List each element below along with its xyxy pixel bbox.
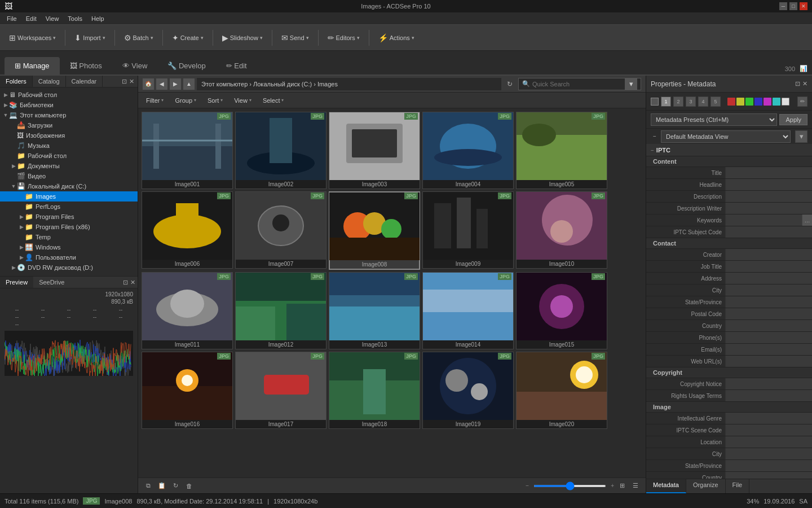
postal-input[interactable] <box>728 311 810 317</box>
grid-item-20[interactable]: JPG Image020 <box>516 352 607 429</box>
view-collapse-btn[interactable]: − <box>651 133 659 141</box>
grid-view-btn2[interactable]: ☰ <box>630 480 641 492</box>
zoom-slider[interactable] <box>533 485 606 487</box>
nav-home-btn[interactable]: 🏠 <box>143 78 154 90</box>
meta-value-country1[interactable] <box>725 320 812 331</box>
search-dropdown-btn[interactable]: ▾ <box>625 78 637 90</box>
meta-value-phones[interactable] <box>725 332 812 343</box>
grid-item-8[interactable]: JPG Image008 <box>329 191 420 270</box>
meta-value-headline[interactable] <box>725 179 812 190</box>
grid-item-15[interactable]: JPG Image015 <box>516 272 607 349</box>
meta-num-2[interactable]: 2 <box>673 97 683 107</box>
menu-edit[interactable]: Edit <box>21 14 41 23</box>
folder-panel-float-btn[interactable]: ⊡ <box>121 77 128 86</box>
metadata-tab[interactable]: Metadata <box>646 479 686 493</box>
meta-num-3[interactable]: 3 <box>686 97 696 107</box>
meta-value-iptc-scene[interactable] <box>725 424 812 436</box>
mode-extra-btn[interactable]: 300 <box>785 65 795 72</box>
maximize-btn[interactable]: □ <box>789 2 797 10</box>
grid-refresh-btn[interactable]: ↻ <box>170 480 181 492</box>
tree-item-images-selected[interactable]: 📁 Images <box>0 191 138 202</box>
grid-item-2[interactable]: JPG Image002 <box>235 112 326 189</box>
color-dot-cyan[interactable] <box>773 98 780 106</box>
right-panel-close-btn[interactable]: ✕ <box>802 80 807 87</box>
meta-value-weburl[interactable] <box>725 356 812 367</box>
meta-value-jobtitle[interactable] <box>725 261 812 272</box>
menu-view[interactable]: View <box>41 14 64 23</box>
meta-value-city1[interactable] <box>725 284 812 296</box>
grid-item-13[interactable]: JPG Image013 <box>329 272 420 349</box>
meta-view-dropdown-btn[interactable]: ▾ <box>795 130 807 143</box>
editors-button[interactable]: ✏ Editors ▾ <box>323 31 364 45</box>
creator-input[interactable] <box>728 252 810 258</box>
keywords-input[interactable] <box>728 217 810 224</box>
meta-value-creator[interactable] <box>725 249 812 260</box>
filter-btn[interactable]: Filter▾ <box>143 96 167 105</box>
meta-value-state1[interactable] <box>725 296 812 308</box>
description-input[interactable] <box>728 194 810 200</box>
tree-item[interactable]: ▶ 🪟 Windows <box>0 242 138 252</box>
grid-paste-btn[interactable]: 📋 <box>156 480 167 492</box>
grid-item-3[interactable]: JPG Image003 <box>329 112 420 189</box>
meta-value-title[interactable] <box>725 167 812 178</box>
menu-tools[interactable]: Tools <box>63 14 87 23</box>
view-btn[interactable]: View▾ <box>231 96 255 105</box>
tree-item[interactable]: ▶ 🖥 Рабочий стол <box>0 90 138 100</box>
color-dot-purple[interactable] <box>764 98 771 106</box>
phones-input[interactable] <box>728 335 810 341</box>
tab-edit[interactable]: ✏ Edit <box>216 57 257 75</box>
tree-item[interactable]: 📁 Рабочий стол <box>0 151 138 161</box>
country2-input[interactable] <box>728 475 810 479</box>
grid-item-17[interactable]: JPG Image017 <box>235 352 326 429</box>
meta-value-iptc-code[interactable] <box>725 226 812 238</box>
city2-input[interactable] <box>728 451 810 457</box>
grid-delete-btn[interactable]: 🗑 <box>183 480 195 492</box>
grid-item-5[interactable]: JPG Image005 <box>516 112 607 189</box>
tree-item[interactable]: ▶ 👤 Пользователи <box>0 252 138 262</box>
meta-value-copyright-notice[interactable] <box>725 378 812 389</box>
tree-item[interactable]: 📁 Temp <box>0 232 138 242</box>
color-dot-blue[interactable] <box>754 98 762 106</box>
right-panel-float-btn[interactable]: ⊡ <box>795 80 800 87</box>
desc-writer-input[interactable] <box>728 205 810 212</box>
grid-item-14[interactable]: JPG Image014 <box>422 272 514 349</box>
menu-help[interactable]: Help <box>87 14 109 23</box>
tree-item[interactable]: ▶ 📁 Program Files <box>0 212 138 222</box>
intellectual-genre-input[interactable] <box>728 415 810 422</box>
sort-btn[interactable]: Sort▾ <box>204 96 226 105</box>
seedrive-tab[interactable]: SeeDrive <box>33 277 70 288</box>
metadata-preset-select[interactable]: Metadata Presets (Ctrl+M) <box>651 113 777 126</box>
meta-value-description[interactable] <box>725 191 812 202</box>
tree-item[interactable]: 🖼 Изображения <box>0 130 138 141</box>
meta-value-postal[interactable] <box>725 308 812 319</box>
workspaces-button[interactable]: ⊞ Workspaces ▾ <box>5 31 60 45</box>
actions-button[interactable]: ⚡ Actions ▾ <box>374 31 419 45</box>
meta-value-keywords[interactable]: … <box>725 214 812 226</box>
meta-num-5[interactable]: 5 <box>710 97 721 107</box>
chart-icon[interactable]: 📊 <box>800 65 807 72</box>
meta-num-4[interactable]: 4 <box>698 97 708 107</box>
tree-item[interactable]: 📥 Загрузки <box>0 120 138 130</box>
slideshow-button[interactable]: ▶ Slideshow ▾ <box>218 31 267 45</box>
create-button[interactable]: ✦ Create ▾ <box>167 31 208 45</box>
preview-tab[interactable]: Preview <box>0 277 33 288</box>
meta-value-desc-writer[interactable] <box>725 203 812 214</box>
keywords-ellipsis-btn[interactable]: … <box>802 214 812 226</box>
jobtitle-input[interactable] <box>728 264 810 270</box>
meta-value-city2[interactable] <box>725 448 812 459</box>
meta-value-emails[interactable] <box>725 344 812 355</box>
group-btn[interactable]: Group▾ <box>171 96 200 105</box>
apply-button[interactable]: Apply <box>779 114 807 125</box>
weburl-input[interactable] <box>728 358 810 365</box>
tab-photos[interactable]: 🖼 Photos <box>60 57 112 75</box>
grid-item-19[interactable]: JPG Image019 <box>422 352 514 429</box>
grid-view-btn1[interactable]: ⊞ <box>616 480 628 492</box>
catalog-tab[interactable]: Catalog <box>33 76 66 87</box>
send-button[interactable]: ✉ Send ▾ <box>277 31 314 45</box>
folder-tree[interactable]: ▶ 🖥 Рабочий стол ▶ 📚 Библиотеки ▼ 💻 Этот… <box>0 87 138 276</box>
grid-item-9[interactable]: JPG Image009 <box>422 191 514 270</box>
tree-item[interactable]: ▼ 💻 Этот компьютер <box>0 110 138 120</box>
city1-input[interactable] <box>728 287 810 294</box>
refresh-btn[interactable]: ↻ <box>504 78 516 90</box>
tree-item[interactable]: ▶ 💿 DVD RW дисковод (D:) <box>0 262 138 273</box>
